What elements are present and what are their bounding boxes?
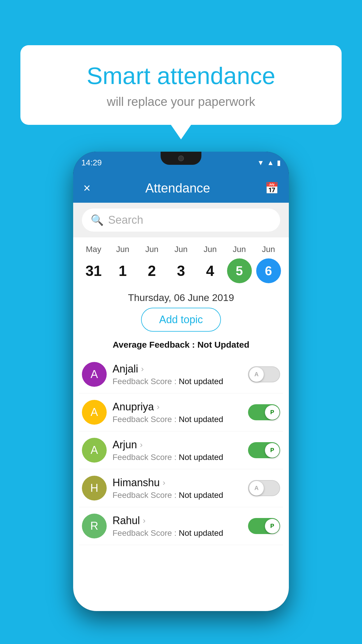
date-col[interactable]: Jun4 — [197, 245, 223, 283]
signal-icon: ▲ — [267, 159, 274, 167]
speech-bubble: Smart attendance will replace your paper… — [20, 45, 342, 125]
student-row[interactable]: AArjun›Feedback Score : Not updatedP — [79, 431, 283, 469]
student-name: Rahul› — [113, 514, 242, 527]
attendance-toggle[interactable]: A — [248, 366, 280, 382]
notch — [161, 152, 201, 165]
student-feedback: Feedback Score : Not updated — [113, 377, 242, 386]
status-bar: 14:29 ▼ ▲ ▮ — [73, 152, 289, 174]
avatar: A — [82, 400, 107, 425]
speech-bubble-container: Smart attendance will replace your paper… — [20, 45, 342, 125]
app-header: × Attendance 📅 — [73, 174, 289, 203]
student-info: Anupriya›Feedback Score : Not updated — [113, 401, 242, 424]
student-list: AAnjali›Feedback Score : Not updatedAAAn… — [73, 356, 289, 545]
app-content: 🔍 Search May31Jun1Jun2Jun3Jun4Jun5Jun6 T… — [73, 203, 289, 611]
bubble-subtitle: will replace your paperwork — [38, 95, 324, 109]
student-name: Anupriya› — [113, 401, 242, 413]
date-month: Jun — [233, 245, 246, 254]
chevron-right-icon: › — [163, 478, 165, 487]
date-number: 4 — [198, 258, 223, 283]
avatar: R — [82, 514, 107, 538]
search-container: 🔍 Search — [73, 203, 289, 237]
date-number: 5 — [227, 258, 252, 283]
add-topic-button[interactable]: Add topic — [141, 308, 221, 332]
status-icons: ▼ ▲ ▮ — [257, 159, 281, 167]
selected-date-label: Thursday, 06 June 2019 — [73, 286, 289, 308]
student-name: Anjali› — [113, 363, 242, 375]
status-time: 14:29 — [81, 158, 102, 167]
date-col[interactable]: Jun5 — [226, 245, 252, 283]
date-month: Jun — [145, 245, 158, 254]
date-col[interactable]: May31 — [80, 245, 107, 283]
avatar: A — [82, 438, 107, 463]
phone-frame: 14:29 ▼ ▲ ▮ × Attendance 📅 🔍 Search — [73, 152, 289, 611]
search-icon: 🔍 — [91, 214, 104, 226]
student-row[interactable]: HHimanshu›Feedback Score : Not updatedA — [79, 469, 283, 507]
date-month: Jun — [262, 245, 275, 254]
student-info: Rahul›Feedback Score : Not updated — [113, 514, 242, 538]
date-month: May — [86, 245, 101, 254]
attendance-toggle[interactable]: A — [248, 480, 280, 496]
date-month: Jun — [174, 245, 187, 254]
student-row[interactable]: AAnjali›Feedback Score : Not updatedA — [79, 356, 283, 393]
search-input[interactable]: Search — [108, 214, 143, 226]
camera — [178, 155, 184, 161]
date-number: 3 — [169, 258, 194, 283]
student-feedback: Feedback Score : Not updated — [113, 415, 242, 424]
calendar-icon[interactable]: 📅 — [265, 182, 279, 195]
student-feedback: Feedback Score : Not updated — [113, 453, 242, 462]
date-number: 1 — [110, 258, 135, 283]
phone-wrapper: 14:29 ▼ ▲ ▮ × Attendance 📅 🔍 Search — [73, 152, 289, 611]
student-feedback: Feedback Score : Not updated — [113, 528, 242, 538]
date-number: 6 — [256, 258, 281, 283]
date-number: 31 — [81, 258, 106, 283]
date-month: Jun — [203, 245, 217, 254]
attendance-toggle[interactable]: P — [248, 442, 280, 458]
bubble-title: Smart attendance — [38, 63, 324, 89]
student-name: Himanshu› — [113, 477, 242, 489]
student-row[interactable]: RRahul›Feedback Score : Not updatedP — [79, 507, 283, 545]
date-month: Jun — [116, 245, 129, 254]
student-info: Himanshu›Feedback Score : Not updated — [113, 477, 242, 500]
search-bar[interactable]: 🔍 Search — [82, 209, 280, 232]
date-col[interactable]: Jun6 — [255, 245, 282, 283]
avatar: A — [82, 362, 107, 387]
app-title: Attendance — [145, 181, 210, 195]
close-button[interactable]: × — [83, 181, 91, 195]
chevron-right-icon: › — [141, 364, 144, 374]
date-number: 2 — [140, 258, 164, 283]
date-col[interactable]: Jun3 — [168, 245, 194, 283]
date-col[interactable]: Jun2 — [139, 245, 165, 283]
student-name: Arjun› — [113, 439, 242, 451]
student-info: Arjun›Feedback Score : Not updated — [113, 439, 242, 462]
avatar: H — [82, 476, 107, 501]
battery-icon: ▮ — [277, 159, 281, 167]
chevron-right-icon: › — [143, 516, 145, 525]
student-feedback: Feedback Score : Not updated — [113, 491, 242, 500]
attendance-toggle[interactable]: P — [248, 518, 280, 534]
date-strip: May31Jun1Jun2Jun3Jun4Jun5Jun6 — [73, 237, 289, 286]
avg-feedback: Average Feedback : Not Updated — [73, 337, 289, 356]
student-info: Anjali›Feedback Score : Not updated — [113, 363, 242, 386]
avg-feedback-label: Average Feedback : — [113, 340, 195, 349]
attendance-toggle[interactable]: P — [248, 404, 280, 420]
chevron-right-icon: › — [140, 440, 143, 449]
avg-feedback-value: Not Updated — [197, 340, 249, 349]
chevron-right-icon: › — [157, 402, 159, 412]
student-row[interactable]: AAnupriya›Feedback Score : Not updatedP — [79, 393, 283, 431]
wifi-icon: ▼ — [257, 159, 264, 167]
date-col[interactable]: Jun1 — [110, 245, 136, 283]
